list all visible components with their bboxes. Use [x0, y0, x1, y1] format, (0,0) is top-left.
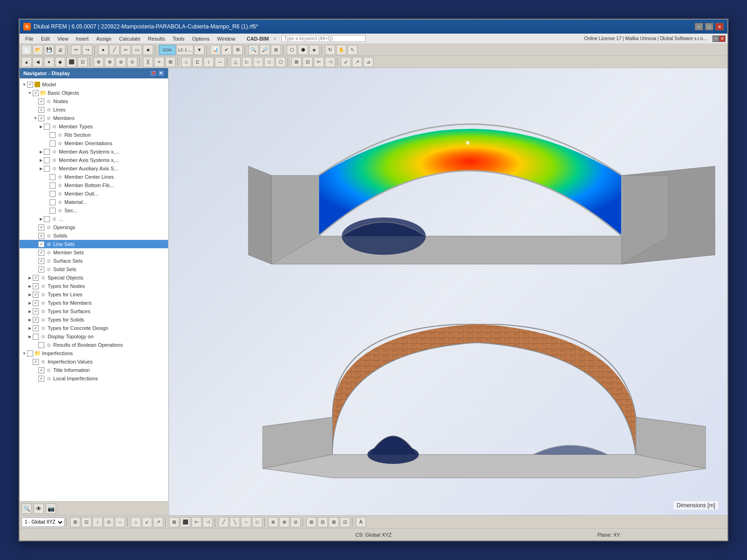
tb-zoom-out[interactable]: 🔎: [260, 45, 270, 55]
nav-btn-search[interactable]: 🔍: [21, 504, 32, 514]
tree-item-member-axis-x2[interactable]: ⚙ Member Axis Systems x,...: [20, 156, 168, 164]
tree-arrow-members[interactable]: [33, 115, 38, 121]
tree-arrow-basic-objects[interactable]: [27, 90, 33, 96]
tree-item-types-concrete[interactable]: ⚙ Types for Concrete Design: [20, 324, 168, 332]
btb-21[interactable]: ⊟: [317, 517, 328, 527]
tree-item-types-members[interactable]: ⚙ Types for Members: [20, 299, 168, 307]
btb-17[interactable]: ⊕: [268, 517, 278, 527]
tb2-6[interactable]: ⊡: [78, 57, 88, 67]
tb-save[interactable]: 💾: [44, 45, 54, 55]
tb-open[interactable]: 📂: [33, 45, 43, 55]
tree-cb-sections[interactable]: [49, 208, 56, 214]
tb2-17[interactable]: ↔: [215, 57, 225, 67]
tb2-4[interactable]: ◆: [55, 57, 65, 67]
tb2-25[interactable]: ⊢: [314, 57, 324, 67]
tb2-14[interactable]: ⌂: [181, 57, 191, 67]
tb-lc1[interactable]: LC 1 ...: [176, 45, 193, 55]
tree-cb-local-imperfections[interactable]: [38, 376, 44, 382]
tree-cb-surfaces-group[interactable]: [44, 216, 50, 222]
tree-arrow-types-lines[interactable]: [27, 292, 33, 297]
coord-system-select[interactable]: 1 - Global XYZ 2 - Local XYZ 3 - User XY…: [21, 518, 64, 527]
tb-select[interactable]: ↖: [347, 45, 358, 55]
menu-results[interactable]: Results: [144, 35, 169, 42]
tb2-29[interactable]: ⊿: [363, 57, 374, 67]
tb-wireframe[interactable]: ⬢: [298, 45, 308, 55]
tree-cb-solid-sets[interactable]: [38, 266, 44, 273]
tree-item-member-aux[interactable]: ⚙ Member Auxiliary Axis S...: [20, 164, 168, 173]
tb2-24[interactable]: ⊡: [303, 57, 313, 67]
tree-arrow-types-solids[interactable]: [27, 317, 33, 322]
btb-12[interactable]: ⊣: [203, 517, 213, 527]
tb-rotate[interactable]: ↻: [325, 45, 335, 55]
tb2-8[interactable]: ⊗: [105, 57, 115, 67]
btb-7[interactable]: ↙: [142, 517, 152, 527]
tb-node[interactable]: ●: [98, 45, 108, 55]
tree-cb-solids[interactable]: [38, 233, 44, 239]
tb2-26[interactable]: ⊣: [325, 57, 335, 67]
tree-item-types-solids[interactable]: ⚙ Types for Solids: [20, 315, 168, 324]
btb-18[interactable]: ⊗: [279, 517, 289, 527]
navigator-close-button[interactable]: ✕: [158, 70, 164, 77]
tree-cb-member-outl[interactable]: [49, 191, 56, 197]
tb2-23[interactable]: ⊠: [291, 57, 302, 67]
tree-item-surfaces-group[interactable]: ⚙ ...: [20, 215, 168, 223]
tb2-28[interactable]: ↗: [352, 57, 362, 67]
menu-edit[interactable]: Edit: [37, 35, 54, 42]
btb-3[interactable]: ↕: [92, 517, 103, 527]
tree-cb-openings[interactable]: [38, 224, 44, 231]
minimize-button[interactable]: ─: [695, 23, 703, 30]
menu-window[interactable]: Window: [213, 35, 239, 42]
tree-item-materials[interactable]: ⚙ Material...: [20, 198, 168, 206]
tb2-5[interactable]: ⬛: [66, 57, 77, 67]
btb-5[interactable]: ↔: [115, 517, 125, 527]
btb-19[interactable]: ⊘: [290, 517, 301, 527]
btb-2[interactable]: ⊡: [81, 517, 92, 527]
menu-file[interactable]: File: [21, 35, 37, 42]
tree-cb-imperfections[interactable]: [27, 350, 33, 357]
btb-15[interactable]: ○: [241, 517, 251, 527]
tree-cb-types-members[interactable]: [33, 300, 39, 306]
tree-cb-members[interactable]: [38, 115, 44, 121]
tree-item-imperfection-values[interactable]: ⚙ Imperfection Values: [20, 357, 168, 366]
tree-item-openings[interactable]: ⚙ Openings: [20, 223, 168, 231]
menu-insert[interactable]: Insert: [72, 35, 92, 42]
tb-filter[interactable]: ⚙: [233, 45, 243, 55]
tree-item-solids[interactable]: ⚙ Solids: [20, 231, 168, 240]
tree-item-imperfections[interactable]: 📁 Imperfections: [20, 349, 168, 357]
btb-16[interactable]: ◇: [252, 517, 262, 527]
tb2-20[interactable]: ○: [253, 57, 263, 67]
btb-9[interactable]: ⊠: [169, 517, 179, 527]
tree-item-types-nodes[interactable]: ⚙ Types for Nodes: [20, 282, 168, 290]
tree-arrow-special-objects[interactable]: [27, 275, 33, 280]
menu-assign[interactable]: Assign: [92, 35, 115, 42]
tree-cb-nodes[interactable]: [38, 98, 44, 105]
tree-item-members[interactable]: ⚙ Members: [20, 114, 168, 122]
tree-item-types-surfaces[interactable]: ⚙ Types for Surfaces: [20, 307, 168, 315]
tb2-27[interactable]: ↙: [341, 57, 351, 67]
tb2-16[interactable]: ↕: [204, 57, 214, 67]
tree-item-model[interactable]: Model: [20, 80, 168, 89]
search-box[interactable]: Type a keyword (Alt+Q): [282, 35, 366, 42]
tree-cb-imperfection-values[interactable]: [33, 359, 39, 365]
tree-arrow-member-aux[interactable]: [38, 166, 44, 171]
tree-arrow-types-members[interactable]: [27, 300, 33, 306]
tree-arrow-types-concrete[interactable]: [27, 325, 33, 331]
tb2-1[interactable]: ▲: [21, 57, 32, 67]
tb-3d[interactable]: ⬡: [287, 45, 297, 55]
menu-cadbim[interactable]: CAD-BIM: [243, 35, 273, 42]
menu-options[interactable]: Options: [188, 35, 213, 42]
tb2-2[interactable]: ◀: [33, 57, 43, 67]
tb-member[interactable]: ═: [120, 45, 131, 55]
tree-arrow-member-types[interactable]: [38, 124, 44, 129]
btb-23[interactable]: ⊡: [340, 517, 350, 527]
tree-cb-special-objects[interactable]: [33, 275, 39, 281]
tree-item-line-sets[interactable]: ⚙ Line Sets: [20, 240, 168, 248]
tb-line[interactable]: ╱: [109, 45, 120, 55]
tree-item-local-imperfections[interactable]: ⚙ Local Imperfections: [20, 374, 168, 383]
nav-btn-camera[interactable]: 📷: [46, 504, 56, 514]
tb2-21[interactable]: □: [264, 57, 275, 67]
nav-btn-eye[interactable]: 👁: [34, 504, 44, 514]
btb-10[interactable]: ⬛: [180, 517, 190, 527]
tree-cb-types-lines[interactable]: [33, 292, 39, 298]
tree-item-nodes[interactable]: ⚙ Nodes: [20, 97, 168, 105]
